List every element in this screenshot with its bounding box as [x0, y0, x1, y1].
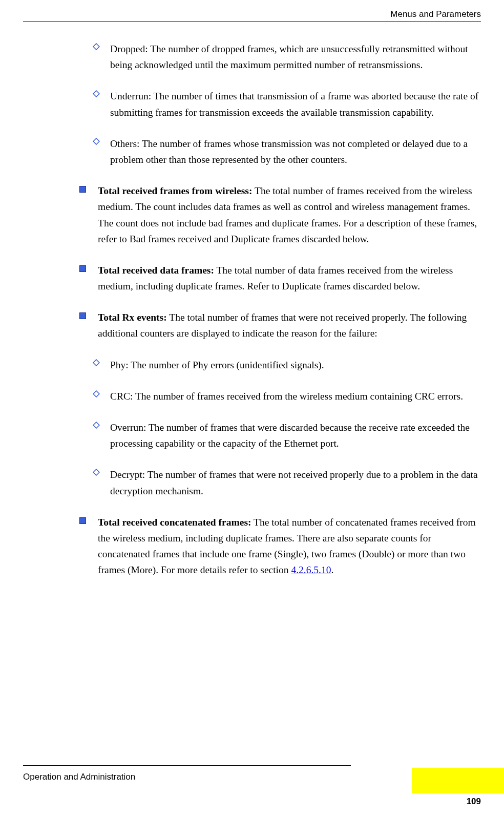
square-bullet-icon: [79, 517, 86, 524]
list-item-text: Total received frames from wireless: The…: [98, 183, 481, 247]
diamond-bullet-icon: [93, 359, 100, 366]
list-item: Dropped: The number of dropped frames, w…: [79, 41, 481, 73]
list-item-text: Phy: The number of Phy errors (unidentif…: [110, 357, 481, 373]
list-item: Others: The number of frames whose trans…: [79, 136, 481, 167]
list-item: Underrun: The number of times that trans…: [79, 88, 481, 120]
diamond-bullet-icon: [93, 469, 100, 476]
diamond-bullet-icon: [93, 390, 100, 397]
list-item: CRC: The number of frames received from …: [79, 388, 481, 404]
diamond-bullet-icon: [93, 90, 100, 97]
section-link[interactable]: 4.2.6.5.10: [291, 564, 331, 575]
list-item: Overrun: The number of frames that were …: [79, 420, 481, 451]
square-bullet-icon: [79, 265, 86, 272]
footer-divider: [23, 765, 351, 766]
svg-rect-2: [80, 313, 86, 319]
list-item-text: Decrypt: The number of frames that were …: [110, 467, 481, 498]
list-item-text: CRC: The number of frames received from …: [110, 388, 481, 404]
header-section-title: Menus and Parameters: [390, 9, 481, 19]
svg-rect-3: [80, 517, 86, 523]
item-label: Total received frames from wireless:: [98, 185, 252, 196]
list-item: Total received frames from wireless: The…: [79, 183, 481, 247]
list-item-text: Others: The number of frames whose trans…: [110, 136, 481, 167]
header-divider: [23, 22, 481, 22]
item-label: Total received concatenated frames:: [98, 517, 251, 528]
list-item-text: Dropped: The number of dropped frames, w…: [110, 41, 481, 73]
item-label: Total received data frames:: [98, 265, 214, 276]
svg-rect-0: [80, 186, 86, 193]
diamond-bullet-icon: [93, 138, 100, 145]
list-item: Decrypt: The number of frames that were …: [79, 467, 481, 498]
page-number: 109: [467, 797, 481, 807]
item-body-post: .: [331, 564, 333, 575]
list-item: Phy: The number of Phy errors (unidentif…: [79, 357, 481, 373]
list-item-text: Total Rx events: The total number of fra…: [98, 309, 481, 341]
list-item: Total Rx events: The total number of fra…: [79, 309, 481, 341]
list-item: Total received data frames: The total nu…: [79, 262, 481, 294]
main-content: Dropped: The number of dropped frames, w…: [79, 41, 481, 594]
yellow-highlight-bar: [412, 768, 504, 793]
diamond-bullet-icon: [93, 422, 100, 429]
list-item: Total received concatenated frames: The …: [79, 514, 481, 578]
diamond-bullet-icon: [93, 43, 100, 50]
list-item-text: Total received concatenated frames: The …: [98, 514, 481, 578]
list-item-text: Total received data frames: The total nu…: [98, 262, 481, 294]
footer-left-text: Operation and Administration: [23, 772, 135, 782]
square-bullet-icon: [79, 186, 86, 193]
item-label: Total Rx events:: [98, 312, 167, 323]
list-item-text: Overrun: The number of frames that were …: [110, 420, 481, 451]
list-item-text: Underrun: The number of times that trans…: [110, 88, 481, 120]
square-bullet-icon: [79, 312, 86, 319]
svg-rect-1: [80, 265, 86, 271]
